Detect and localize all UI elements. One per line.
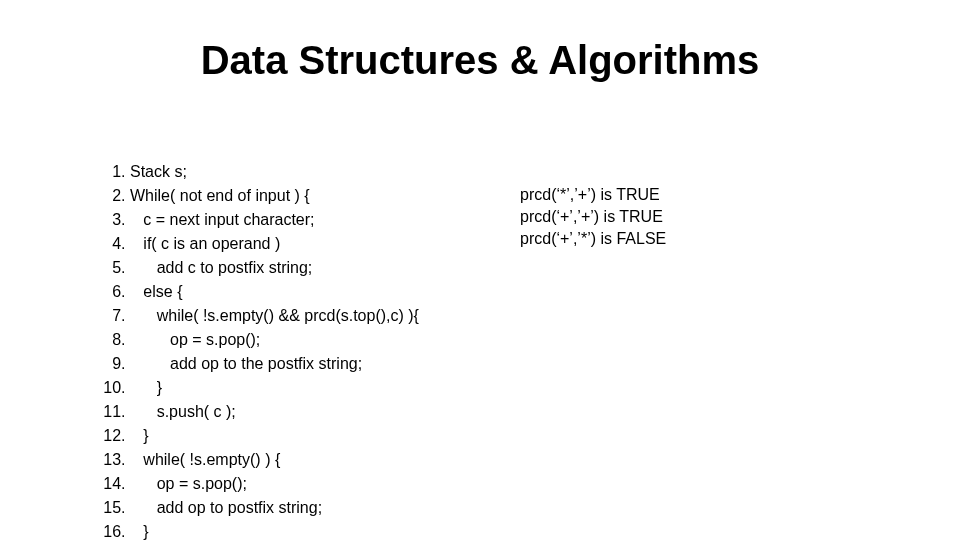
code-line: Stack s; — [130, 160, 510, 184]
code-line: While( not end of input ) { — [130, 184, 510, 208]
note-line: prcd(‘*’,’+’) is TRUE — [520, 184, 920, 206]
code-line: while( !s.empty() ) { — [130, 448, 510, 472]
code-line: if( c is an operand ) — [130, 232, 510, 256]
code-line: } — [130, 520, 510, 540]
slide: Data Structures & Algorithms Stack s; Wh… — [0, 0, 960, 540]
code-list: Stack s; While( not end of input ) { c =… — [70, 160, 510, 540]
code-line: op = s.pop(); — [130, 328, 510, 352]
code-column: Stack s; While( not end of input ) { c =… — [70, 160, 510, 540]
code-line: add op to postfix string; — [130, 496, 510, 520]
code-line: } — [130, 424, 510, 448]
code-line: s.push( c ); — [130, 400, 510, 424]
slide-title: Data Structures & Algorithms — [0, 38, 960, 83]
note-line: prcd(‘+’,’*’) is FALSE — [520, 228, 920, 250]
code-line: else { — [130, 280, 510, 304]
notes-column: prcd(‘*’,’+’) is TRUE prcd(‘+’,’+’) is T… — [510, 160, 920, 540]
note-line: prcd(‘+’,’+’) is TRUE — [520, 206, 920, 228]
code-line: } — [130, 376, 510, 400]
code-line: while( !s.empty() && prcd(s.top(),c) ){ — [130, 304, 510, 328]
slide-content: Stack s; While( not end of input ) { c =… — [70, 160, 920, 540]
code-line: add c to postfix string; — [130, 256, 510, 280]
code-line: op = s.pop(); — [130, 472, 510, 496]
code-line: add op to the postfix string; — [130, 352, 510, 376]
code-line: c = next input character; — [130, 208, 510, 232]
